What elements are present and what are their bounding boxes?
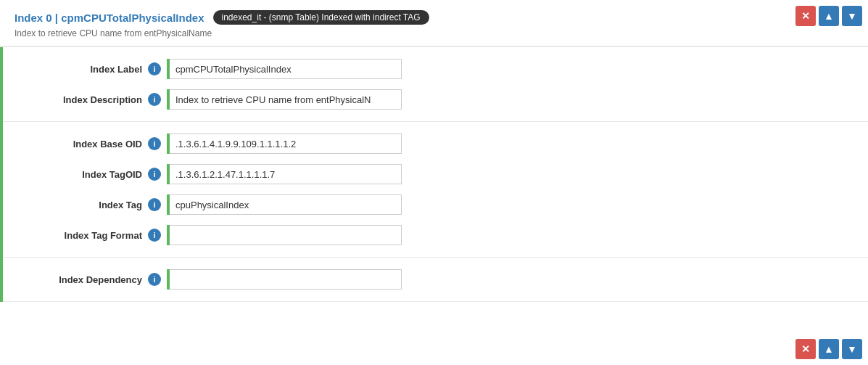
index-base-oid-label: Index Base OID (32, 139, 148, 149)
index-base-oid-input[interactable] (170, 134, 402, 154)
bottom-up-button[interactable]: ▲ (819, 339, 839, 359)
bottom-actions: ✕ ▲ ▼ (795, 339, 862, 359)
index-tag-format-info-icon[interactable]: i (148, 229, 161, 242)
form-row-index-dependency: Index Dependency i (32, 269, 839, 290)
index-tag-input-wrapper (167, 194, 402, 215)
index-tagoid-input-wrapper (167, 164, 402, 184)
index-tagoid-input[interactable] (170, 164, 402, 184)
form-row-index-tag: Index Tag i (32, 194, 839, 215)
index-dependency-info-icon[interactable]: i (148, 273, 161, 286)
form-section-1: Index Label i Index Description i (3, 47, 868, 122)
index-dependency-label: Index Dependency (32, 274, 148, 285)
index-tag-input[interactable] (170, 194, 402, 215)
form-row-index-label: Index Label i (32, 59, 839, 79)
bottom-close-button[interactable]: ✕ (795, 339, 816, 359)
form-row-index-description: Index Description i (32, 89, 839, 110)
form-section-2: Index Base OID i Index TagOID i Index Ta… (3, 122, 868, 258)
index-badge: indexed_it - (snmp Table) Indexed with i… (213, 10, 429, 25)
form-row-index-tagoid: Index TagOID i (32, 164, 839, 184)
index-tag-format-input-wrapper (167, 225, 402, 245)
top-actions: ✕ ▲ ▼ (795, 6, 862, 26)
index-base-oid-input-wrapper (167, 134, 402, 154)
index-subtitle: Index to retrieve CPU name from entPhysi… (15, 28, 853, 38)
index-tag-format-input[interactable] (170, 225, 402, 245)
index-description-label: Index Description (32, 94, 148, 105)
close-button[interactable]: ✕ (795, 6, 816, 26)
page-container: ✕ ▲ ▼ Index 0 | cpmCPUTotalPhysicalIndex… (0, 0, 868, 365)
index-description-input[interactable] (170, 89, 402, 110)
index-tag-info-icon[interactable]: i (148, 198, 161, 211)
index-label-info-icon[interactable]: i (148, 62, 161, 75)
move-up-button[interactable]: ▲ (819, 6, 839, 26)
index-header: Index 0 | cpmCPUTotalPhysicalIndex index… (0, 0, 868, 47)
form-row-index-base-oid: Index Base OID i (32, 134, 839, 154)
index-title-text: Index 0 | cpmCPUTotalPhysicalIndex (15, 12, 204, 24)
index-label-input-wrapper (167, 59, 402, 79)
index-base-oid-info-icon[interactable]: i (148, 137, 161, 150)
index-dependency-input[interactable] (170, 269, 402, 290)
form-section-3: Index Dependency i (3, 258, 868, 302)
index-label-input[interactable] (170, 59, 402, 79)
move-down-button[interactable]: ▼ (842, 6, 862, 26)
index-tagoid-info-icon[interactable]: i (148, 168, 161, 181)
index-tag-format-label: Index Tag Format (32, 230, 148, 241)
index-label-label: Index Label (32, 64, 148, 75)
index-tag-label: Index Tag (32, 200, 148, 210)
index-tagoid-label: Index TagOID (32, 169, 148, 180)
form-row-index-tag-format: Index Tag Format i (32, 225, 839, 245)
index-description-input-wrapper (167, 89, 402, 110)
index-description-info-icon[interactable]: i (148, 93, 161, 106)
bottom-down-button[interactable]: ▼ (842, 339, 862, 359)
index-dependency-input-wrapper (167, 269, 402, 290)
content-area: Index Label i Index Description i (0, 47, 868, 302)
index-title: Index 0 | cpmCPUTotalPhysicalIndex index… (15, 10, 853, 25)
